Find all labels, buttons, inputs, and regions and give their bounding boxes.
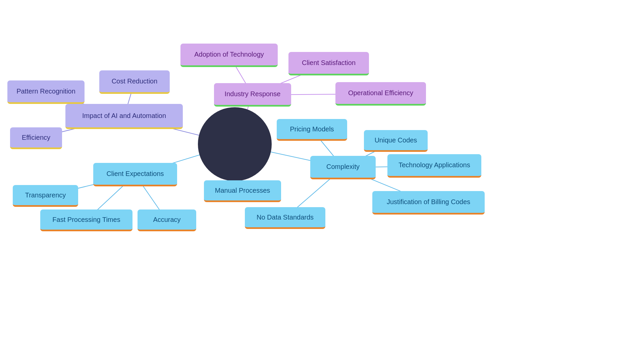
transparency: Transparency — [13, 185, 78, 207]
technology-applications: Technology Applications — [387, 154, 481, 178]
operational-efficiency: Operational Efficiency — [335, 82, 426, 106]
efficiency: Efficiency — [10, 127, 62, 149]
impact-ai-automation: Impact of AI and Automation — [65, 104, 183, 129]
client-expectations: Client Expectations — [93, 163, 177, 186]
justification-billing-codes: Justification of Billing Codes — [372, 191, 485, 215]
no-data-standards: No Data Standards — [245, 207, 325, 229]
cost-reduction: Cost Reduction — [99, 70, 170, 94]
industry-response: Industry Response — [214, 83, 291, 107]
unique-codes: Unique Codes — [364, 130, 428, 152]
manual-processes: Manual Processes — [204, 180, 281, 202]
fast-processing-times: Fast Processing Times — [40, 209, 132, 231]
complexity: Complexity — [310, 156, 376, 179]
client-satisfaction: Client Satisfaction — [288, 52, 369, 75]
pattern-recognition: Pattern Recognition — [7, 80, 85, 104]
center-node — [198, 107, 272, 181]
adoption-of-technology: Adoption of Technology — [180, 44, 278, 67]
accuracy: Accuracy — [138, 209, 196, 231]
pricing-models: Pricing Models — [277, 119, 347, 141]
